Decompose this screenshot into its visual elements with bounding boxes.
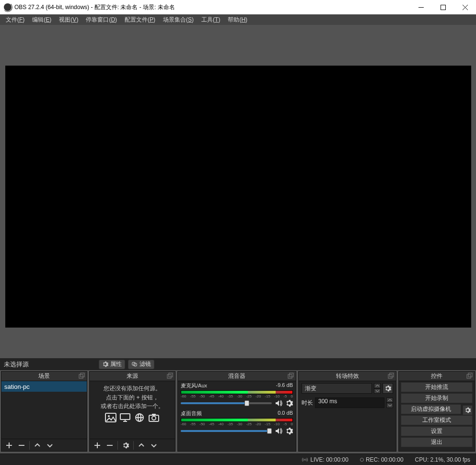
video-preview[interactable] xyxy=(5,66,471,328)
source-down-button[interactable] xyxy=(148,440,160,451)
vu-meter xyxy=(181,390,293,394)
mixer-channel-desktop: 桌面音频0.0 dB -60-55-50-45-40-35-30-25-20-1… xyxy=(178,409,296,437)
browser-source-icon xyxy=(134,413,145,422)
minimize-button[interactable] xyxy=(410,0,432,14)
record-icon xyxy=(360,458,364,462)
menu-docks[interactable]: 停靠窗口(D) xyxy=(82,16,121,24)
maximize-button[interactable] xyxy=(432,0,454,14)
remove-source-button[interactable] xyxy=(104,440,116,451)
menu-bar: 文件(F) 编辑(E) 视图(V) 停靠窗口(D) 配置文件(P) 场景集合(S… xyxy=(0,14,476,25)
mixer-title: 混音器 xyxy=(228,372,245,380)
window-title: OBS 27.2.4 (64-bit, windows) - 配置文件: 未命名… xyxy=(14,3,410,11)
channel-settings-icon[interactable] xyxy=(285,427,293,435)
studio-mode-button[interactable]: 工作室模式 xyxy=(401,415,473,425)
svg-rect-34 xyxy=(468,373,472,377)
menu-profile[interactable]: 配置文件(P) xyxy=(121,16,159,24)
popout-icon[interactable] xyxy=(287,373,294,379)
source-context-bar: 未选择源 属性 滤镜 xyxy=(0,358,476,370)
controls-title: 控件 xyxy=(431,372,442,380)
svg-point-22 xyxy=(152,416,156,420)
channel-db: 0.0 dB xyxy=(278,410,293,417)
volume-slider[interactable] xyxy=(181,402,272,404)
display-source-icon xyxy=(119,413,131,422)
meter-ticks: -60-55-50-45-40-35-30-25-20-15-10-50 xyxy=(181,394,293,398)
popout-icon[interactable] xyxy=(78,373,85,379)
add-source-button[interactable] xyxy=(92,440,103,451)
window-titlebar: OBS 27.2.4 (64-bit, windows) - 配置文件: 未命名… xyxy=(0,0,476,14)
mixer-dock: 混音器 麦克风/Aux-9.6 dB -60-55-50-45-40-35-30… xyxy=(177,371,296,452)
svg-rect-27 xyxy=(288,374,292,378)
speaker-icon[interactable] xyxy=(275,399,282,407)
start-stream-button[interactable]: 开始推流 xyxy=(401,382,473,392)
scene-up-button[interactable] xyxy=(32,440,43,451)
scene-item[interactable]: sation-pc xyxy=(1,381,87,392)
meter-ticks: -60-55-50-45-40-35-30-25-20-15-10-50 xyxy=(181,422,293,426)
vcam-settings-button[interactable] xyxy=(463,405,473,415)
exit-button[interactable]: 退出 xyxy=(401,437,473,447)
scenes-dock: 场景 sation-pc xyxy=(1,371,87,452)
add-scene-button[interactable] xyxy=(3,440,15,451)
duration-label: 时长 xyxy=(302,399,313,407)
no-source-selected-label: 未选择源 xyxy=(0,360,96,369)
svg-rect-32 xyxy=(390,373,394,377)
scene-down-button[interactable] xyxy=(44,440,56,451)
status-rec: REC: 00:00:00 xyxy=(360,456,404,463)
popout-icon[interactable] xyxy=(387,373,394,379)
transition-spinner[interactable] xyxy=(374,383,381,394)
transitions-title: 转场特效 xyxy=(336,372,359,380)
mixer-channel-mic: 麦克风/Aux-9.6 dB -60-55-50-45-40-35-30-25-… xyxy=(178,381,296,409)
status-bar: LIVE: 00:00:00 REC: 00:00:00 CPU: 2.1%, … xyxy=(0,454,476,465)
svg-rect-33 xyxy=(467,374,471,378)
broadcast-icon xyxy=(302,457,308,462)
source-up-button[interactable] xyxy=(136,440,147,451)
volume-slider[interactable] xyxy=(181,430,272,432)
menu-tools[interactable]: 工具(T) xyxy=(197,16,224,24)
start-vcam-button[interactable]: 启动虚拟摄像机 xyxy=(401,404,461,414)
channel-name: 麦克风/Aux xyxy=(181,382,207,389)
sources-dock: 来源 您还没有添加任何源。 点击下面的 + 按钮， 或者右击此处添加一个。 xyxy=(89,371,175,452)
menu-view[interactable]: 视图(V) xyxy=(55,16,82,24)
gear-icon xyxy=(102,361,108,367)
preview-area xyxy=(0,25,476,358)
channel-settings-icon[interactable] xyxy=(285,399,293,407)
svg-rect-31 xyxy=(388,374,392,378)
status-live: LIVE: 00:00:00 xyxy=(302,456,348,463)
svg-rect-11 xyxy=(167,374,171,378)
controls-dock: 控件 开始推流 开始录制 启动虚拟摄像机 工作室模式 设置 退出 xyxy=(398,371,475,452)
obs-logo-icon xyxy=(4,3,12,11)
svg-rect-12 xyxy=(169,373,173,377)
popout-icon[interactable] xyxy=(166,373,173,379)
menu-edit[interactable]: 编辑(E) xyxy=(28,16,55,24)
svg-point-14 xyxy=(108,415,110,417)
scenes-title: 场景 xyxy=(38,372,50,380)
remove-scene-button[interactable] xyxy=(16,440,27,451)
menu-file[interactable]: 文件(F) xyxy=(2,16,28,24)
filters-icon xyxy=(131,361,138,367)
menu-help[interactable]: 帮助(H) xyxy=(224,16,251,24)
transitions-dock: 转场特效 渐变 时长 300 ms xyxy=(298,371,396,452)
properties-button[interactable]: 属性 xyxy=(99,360,125,369)
menu-scene-collection[interactable]: 场景集合(S) xyxy=(159,16,197,24)
start-record-button[interactable]: 开始录制 xyxy=(401,393,473,403)
popout-icon[interactable] xyxy=(466,373,473,379)
vu-meter xyxy=(181,418,293,422)
speaker-icon[interactable] xyxy=(275,427,282,435)
close-button[interactable] xyxy=(454,0,476,14)
svg-rect-7 xyxy=(81,373,84,377)
sources-title: 来源 xyxy=(127,372,138,380)
svg-rect-1 xyxy=(441,5,445,10)
duration-input[interactable]: 300 ms xyxy=(315,397,384,408)
filters-button[interactable]: 滤镜 xyxy=(128,360,154,369)
camera-source-icon xyxy=(148,413,160,422)
source-properties-button[interactable] xyxy=(120,440,131,451)
transition-select[interactable]: 渐变 xyxy=(302,383,372,394)
svg-rect-6 xyxy=(79,374,83,378)
svg-marker-30 xyxy=(276,428,279,434)
settings-button[interactable]: 设置 xyxy=(401,426,473,436)
channel-name: 桌面音频 xyxy=(181,410,202,417)
status-cpu: CPU: 2.1%, 30.00 fps xyxy=(415,456,470,463)
transition-settings-button[interactable] xyxy=(383,383,393,394)
sources-empty-hint: 您还没有添加任何源。 点击下面的 + 按钮， 或者右击此处添加一个。 xyxy=(90,381,175,425)
svg-marker-29 xyxy=(276,400,279,406)
duration-spinner[interactable] xyxy=(386,397,393,408)
